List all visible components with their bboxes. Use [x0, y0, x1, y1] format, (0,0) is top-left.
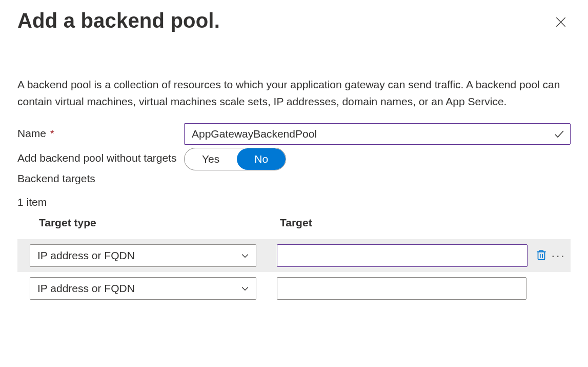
toggle-yes[interactable]: Yes [185, 148, 237, 170]
more-icon: ··· [551, 248, 565, 263]
name-label: Name * [17, 123, 184, 140]
toggle-no[interactable]: No [237, 148, 286, 170]
close-icon [554, 15, 567, 29]
required-asterisk: * [46, 127, 54, 139]
description-text: A backend pool is a collection of resour… [17, 76, 571, 110]
target-input[interactable] [277, 244, 528, 267]
target-type-select[interactable]: IP address or FQDN [30, 277, 256, 300]
without-targets-toggle[interactable]: Yes No [184, 148, 286, 170]
without-targets-label: Add backend pool without targets [17, 148, 184, 165]
table-row: IP address or FQDN [17, 272, 571, 305]
row-more-button[interactable]: ··· [550, 248, 566, 263]
delete-row-button[interactable] [533, 246, 550, 265]
checkmark-icon [553, 128, 565, 140]
trash-icon [535, 248, 548, 262]
target-type-select[interactable]: IP address or FQDN [30, 244, 256, 267]
column-header-target: Target [280, 217, 549, 229]
item-count: 1 item [17, 196, 571, 208]
table-row: IP address or FQDN ··· [17, 239, 571, 272]
target-input[interactable] [277, 277, 526, 300]
name-input[interactable] [184, 123, 571, 145]
backend-targets-label: Backend targets [17, 172, 571, 185]
close-button[interactable] [551, 12, 571, 33]
targets-grid: Target type Target IP address or FQDN ··… [17, 215, 571, 305]
page-title: Add a backend pool. [17, 9, 220, 32]
column-header-type: Target type [39, 217, 280, 229]
svg-rect-2 [538, 252, 545, 259]
